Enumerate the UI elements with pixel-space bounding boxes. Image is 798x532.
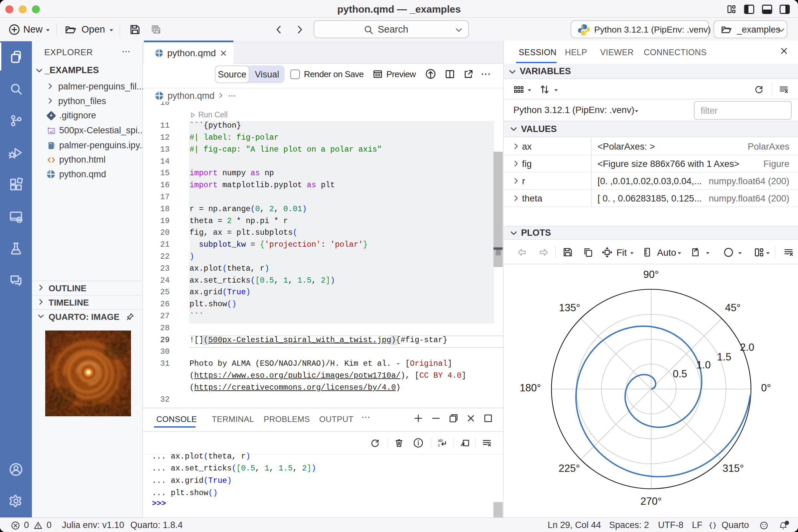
- svg-text:0.5: 0.5: [673, 368, 687, 380]
- svg-text:315°: 315°: [723, 462, 744, 474]
- svg-text:1.0: 1.0: [696, 359, 710, 371]
- svg-text:1.5: 1.5: [717, 351, 731, 363]
- svg-text:180°: 180°: [520, 382, 541, 394]
- svg-text:90°: 90°: [643, 269, 659, 280]
- svg-text:135°: 135°: [559, 302, 580, 314]
- svg-text:2.0: 2.0: [740, 341, 754, 353]
- svg-text:270°: 270°: [640, 495, 662, 507]
- svg-text:ab: ab: [438, 438, 442, 443]
- svg-text:45°: 45°: [725, 302, 741, 314]
- svg-text:c: c: [438, 443, 440, 448]
- svg-text:0°: 0°: [761, 382, 771, 394]
- svg-text:225°: 225°: [558, 462, 580, 474]
